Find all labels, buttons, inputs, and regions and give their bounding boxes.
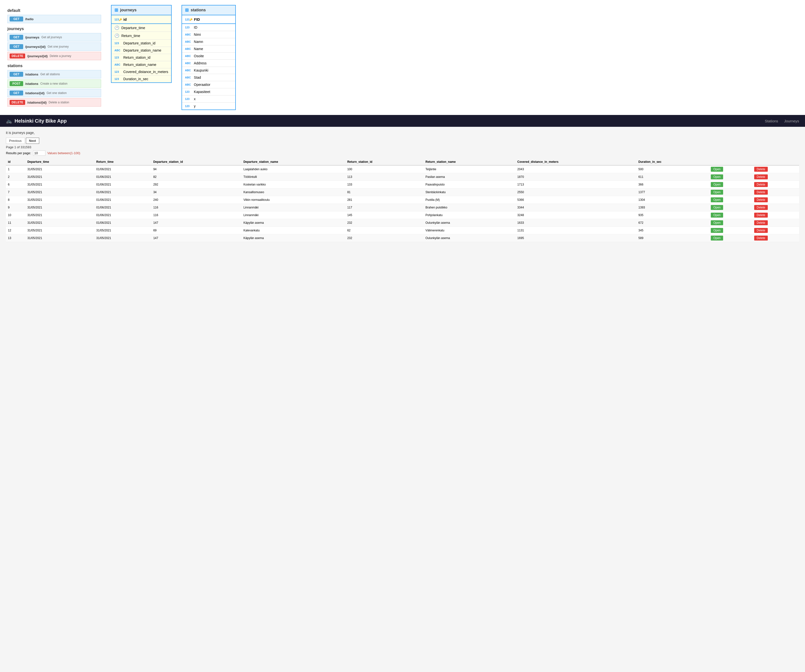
open-button[interactable]: Open	[711, 205, 723, 210]
cell-ret-sid: 232	[345, 234, 424, 242]
api-route-get-station-id[interactable]: GET /stations/{id} Get one station	[7, 89, 101, 97]
api-desc: Get all journeys	[41, 36, 62, 39]
cell-dep-time: 31/05/2021	[25, 181, 94, 189]
delete-button[interactable]: Delete	[754, 236, 768, 240]
cell-duration: 672	[637, 219, 709, 227]
cell-distance: 1131	[516, 227, 637, 234]
delete-button[interactable]: Delete	[754, 213, 768, 218]
cell-ret-sname: Oulunkylän asema	[424, 234, 516, 242]
cell-open: Open	[709, 219, 752, 227]
cell-ret-sid: 113	[345, 173, 424, 181]
cell-dep-sname: Töölöntulli	[242, 173, 345, 181]
open-button[interactable]: Open	[711, 190, 723, 195]
delete-button[interactable]: Delete	[754, 174, 768, 179]
cell-dep-sid: 240	[151, 196, 241, 204]
open-button[interactable]: Open	[711, 167, 723, 172]
field-name: Name	[194, 47, 203, 51]
delete-button[interactable]: Delete	[754, 197, 768, 202]
journeys-field-distance: 123 Covered_distance_in_meters	[112, 68, 171, 76]
table-icon: ⊞	[185, 7, 189, 13]
cell-ret-time: 01/06/2021	[94, 189, 151, 196]
delete-button[interactable]: Delete	[754, 205, 768, 210]
open-button[interactable]: Open	[711, 197, 723, 202]
delete-button[interactable]: Delete	[754, 167, 768, 172]
col-distance: Covered_distance_in_meters	[516, 159, 637, 165]
delete-button[interactable]: Delete	[754, 182, 768, 187]
field-name: Nimi	[194, 33, 201, 36]
cell-delete: Delete	[752, 165, 799, 173]
table-icon: ⊞	[115, 7, 118, 13]
delete-button[interactable]: Delete	[754, 220, 768, 225]
previous-button[interactable]: Previous	[6, 138, 25, 144]
cell-dep-time: 31/05/2021	[25, 173, 94, 181]
cell-distance: 2550	[516, 189, 637, 196]
field-name: Osoite	[194, 54, 204, 58]
cell-dep-time: 31/05/2021	[25, 196, 94, 204]
col-dep-sname: Departure_station_name	[242, 159, 345, 165]
cell-distance: 1633	[516, 219, 637, 227]
navbar-link-stations[interactable]: Stations	[765, 119, 778, 123]
api-route-get-stations[interactable]: GET /stations Get all stations	[7, 70, 101, 79]
open-button[interactable]: Open	[711, 174, 723, 179]
cell-dep-sname: Linnanmäki	[242, 204, 345, 212]
table-row: 13 31/05/2021 31/05/2021 147 Käpylän ase…	[6, 234, 799, 242]
cell-id: 9	[6, 204, 25, 212]
col-actions	[709, 159, 752, 165]
api-route-hello[interactable]: GET /hello	[7, 15, 101, 23]
open-button[interactable]: Open	[711, 213, 723, 218]
col-actions2	[752, 159, 799, 165]
cell-dep-time: 31/05/2021	[25, 189, 94, 196]
api-group-stations: stations	[7, 64, 101, 68]
navbar: 🚲 Helsinki City Bike App Stations Journe…	[0, 115, 805, 127]
api-route-delete-station[interactable]: DELETE /stations/{id} Delete a station	[7, 98, 101, 107]
type-badge-123: 123	[185, 97, 192, 100]
cell-ret-sname: Puotila (M)	[424, 196, 516, 204]
navbar-link-journeys[interactable]: Journeys	[784, 119, 799, 123]
method-badge-get: GET	[10, 35, 23, 40]
cell-id: 6	[6, 181, 25, 189]
api-path: /stations/{id}	[25, 91, 44, 95]
open-button[interactable]: Open	[711, 228, 723, 233]
open-button[interactable]: Open	[711, 182, 723, 187]
results-per-page-input[interactable]	[33, 151, 45, 156]
api-route-get-journeys[interactable]: GET /journeys Get all journeys	[7, 33, 101, 41]
page-subtitle: it is journeys page,	[6, 131, 799, 135]
cell-ret-sname: Stenbäckinkatu	[424, 189, 516, 196]
open-button[interactable]: Open	[711, 236, 723, 240]
field-name: Duration_in_sec	[123, 77, 148, 81]
cell-dep-sid: 34	[151, 189, 241, 196]
table-row: 6 31/05/2021 01/06/2021 292 Koskelan var…	[6, 181, 799, 189]
api-route-get-journey-id[interactable]: GET /journeys/{id} Get one journey	[7, 43, 101, 51]
cell-delete: Delete	[752, 181, 799, 189]
api-desc: Create a new station	[40, 82, 67, 85]
cell-ret-time: 01/06/2021	[94, 181, 151, 189]
open-button[interactable]: Open	[711, 220, 723, 225]
cell-ret-sname: Pasilan asema	[424, 173, 516, 181]
cell-dep-time: 31/05/2021	[25, 227, 94, 234]
cell-ret-time: 01/06/2021	[94, 173, 151, 181]
cell-ret-sid: 232	[345, 219, 424, 227]
field-name: Namn	[194, 40, 203, 44]
pk-type-badge: 123🔑	[185, 18, 192, 21]
next-button[interactable]: Next	[26, 138, 39, 144]
table-row: 12 31/05/2021 31/05/2021 69 Kalevankatu …	[6, 227, 799, 234]
stations-field-kapasiteet: 123 Kapasiteet	[182, 88, 235, 95]
cell-distance: 5366	[516, 196, 637, 204]
cell-dep-sname: Laajalahden aukio	[242, 165, 345, 173]
cell-id: 2	[6, 173, 25, 181]
api-path: /stations/{id}	[27, 101, 47, 104]
cell-dep-sid: 292	[151, 181, 241, 189]
stations-field-nimi: ABC Nimi	[182, 31, 235, 38]
api-route-delete-journey[interactable]: DELETE /journeys/{id} Delete a journey	[7, 52, 101, 60]
api-desc: Delete a journey	[49, 54, 71, 58]
navbar-title: Helsinki City Bike App	[15, 118, 67, 124]
api-route-post-stations[interactable]: POST /stations Create a new station	[7, 79, 101, 88]
cell-dep-sid: 147	[151, 219, 241, 227]
cell-id: 10	[6, 212, 25, 219]
method-badge-delete: DELETE	[10, 54, 25, 59]
delete-button[interactable]: Delete	[754, 228, 768, 233]
cell-ret-sname: Pohjolankatu	[424, 212, 516, 219]
cell-delete: Delete	[752, 227, 799, 234]
delete-button[interactable]: Delete	[754, 190, 768, 195]
col-ret-sname: Return_station_name	[424, 159, 516, 165]
